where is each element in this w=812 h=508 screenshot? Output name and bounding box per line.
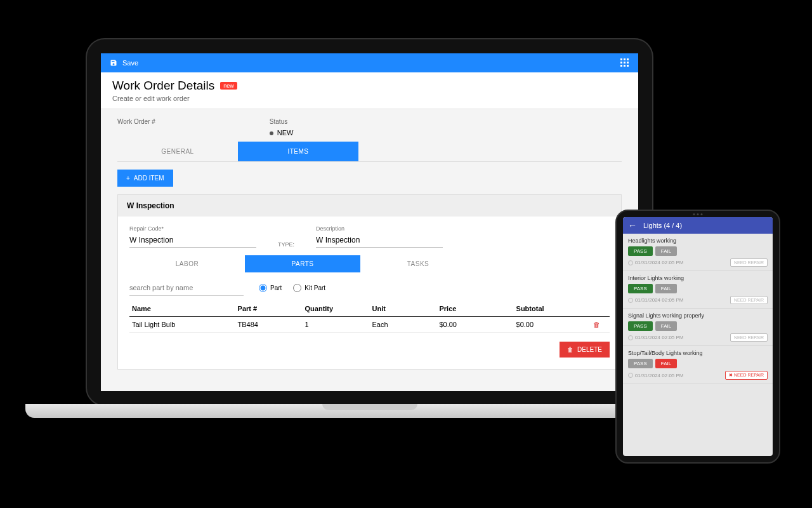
summary-fields: Work Order # Status NEW — [117, 118, 622, 137]
laptop-base — [25, 404, 714, 418]
inspection-item: Headlights workingPASSFAIL01/31/2024 02:… — [623, 234, 773, 271]
inspection-panel: W Inspection Repair Code* TYPE: Descript… — [117, 194, 622, 370]
need-repair-button[interactable]: NEED REPAIR — [730, 258, 768, 267]
save-button[interactable]: Save — [110, 59, 138, 67]
col-unit: Unit — [369, 301, 436, 317]
app-topbar: Save — [101, 53, 638, 72]
need-repair-button[interactable]: NEED REPAIR — [725, 371, 768, 380]
laptop-frame: Save Work Order Details new Create or ed… — [86, 38, 653, 406]
radio-kit-part[interactable]: Kit Part — [293, 284, 325, 292]
inspection-list: Headlights workingPASSFAIL01/31/2024 02:… — [623, 234, 773, 384]
sub-tabs: LABOR PARTS TASKS — [129, 255, 610, 272]
plus-icon: + — [126, 175, 130, 182]
page-title: Work Order Details — [112, 79, 214, 93]
status-dot-icon — [270, 131, 273, 135]
inspection-title: Interior Lights working — [628, 275, 768, 281]
fail-button[interactable]: FAIL — [655, 284, 677, 293]
parts-table: Name Part # Quantity Unit Price Subtotal — [129, 301, 610, 333]
table-row: Tail Light Bulb TB484 1 Each $0.00 $0.00… — [129, 317, 610, 333]
type-label: TYPE: — [278, 241, 294, 248]
part-search-input[interactable] — [129, 280, 244, 296]
status-label: Status — [270, 118, 294, 125]
panel-title: W Inspection — [118, 195, 621, 217]
tablet-title: Lights (4 / 4) — [643, 222, 682, 229]
panel-body: Repair Code* TYPE: Description LABOR — [118, 217, 621, 369]
inspection-item: Signal Lights working properlyPASSFAIL01… — [623, 309, 773, 346]
timestamp: 01/31/2024 02:05 PM — [628, 373, 684, 378]
col-subtotal: Subtotal — [514, 301, 591, 317]
delete-button[interactable]: 🗑 DELETE — [560, 342, 610, 358]
inspection-item: Interior Lights workingPASSFAIL01/31/202… — [623, 271, 773, 309]
tablet-frame: ← Lights (4 / 4) Headlights workingPASSF… — [615, 210, 780, 464]
need-repair-button[interactable]: NEED REPAIR — [730, 333, 768, 342]
add-item-button[interactable]: + ADD ITEM — [117, 170, 173, 187]
apps-grid-icon[interactable] — [620, 58, 629, 67]
col-qty: Quantity — [303, 301, 370, 317]
fail-button[interactable]: FAIL — [655, 246, 677, 256]
clock-icon — [628, 335, 633, 340]
subtab-labor[interactable]: LABOR — [129, 255, 245, 272]
description-label: Description — [316, 225, 443, 232]
work-order-label: Work Order # — [117, 118, 155, 125]
fail-button[interactable]: FAIL — [655, 321, 677, 331]
subtab-parts[interactable]: PARTS — [245, 255, 360, 272]
laptop-screen: Save Work Order Details new Create or ed… — [101, 53, 638, 391]
repair-code-label: Repair Code* — [129, 225, 256, 232]
col-name: Name — [129, 301, 235, 317]
description-input[interactable] — [316, 233, 443, 248]
col-partno: Part # — [235, 301, 303, 317]
need-repair-button[interactable]: NEED REPAIR — [730, 296, 768, 304]
clock-icon — [628, 373, 633, 378]
trash-icon: 🗑 — [567, 346, 573, 353]
pass-button[interactable]: PASS — [628, 246, 653, 256]
pass-button[interactable]: PASS — [628, 359, 653, 368]
timestamp: 01/31/2024 02:05 PM — [628, 260, 684, 265]
radio-part[interactable]: Part — [259, 284, 282, 292]
inspection-title: Signal Lights working properly — [628, 312, 768, 319]
tablet-camera — [693, 213, 703, 215]
back-arrow-icon[interactable]: ← — [628, 220, 637, 231]
timestamp: 01/31/2024 02:05 PM — [628, 297, 684, 303]
save-label: Save — [122, 59, 138, 67]
laptop-notch — [322, 404, 417, 410]
col-price: Price — [436, 301, 513, 317]
inspection-title: Headlights working — [628, 237, 768, 244]
cell-unit: Each — [369, 317, 436, 333]
cell-name: Tail Light Bulb — [129, 317, 235, 333]
fail-button[interactable]: FAIL — [655, 359, 677, 368]
tablet-header: ← Lights (4 / 4) — [623, 217, 773, 234]
timestamp: 01/31/2024 02:05 PM — [628, 335, 684, 340]
tab-items[interactable]: ITEMS — [238, 142, 358, 161]
delete-label: DELETE — [577, 346, 602, 353]
inspection-title: Stop/Tail/Body Lights working — [628, 350, 768, 356]
main-tabs: GENERAL ITEMS — [117, 142, 622, 162]
page-subtitle: Create or edit work order — [112, 95, 627, 102]
cell-subtotal: $0.00 — [514, 317, 591, 333]
page-content: Work Order # Status NEW GENERAL ITEMS + … — [101, 109, 638, 378]
new-badge: new — [220, 82, 237, 90]
clock-icon — [628, 260, 633, 265]
cell-qty[interactable]: 1 — [303, 317, 370, 333]
pass-button[interactable]: PASS — [628, 284, 653, 293]
inspection-item: Stop/Tail/Body Lights workingPASSFAIL01/… — [623, 346, 773, 384]
pass-button[interactable]: PASS — [628, 321, 653, 331]
add-item-label: ADD ITEM — [134, 175, 164, 182]
clock-icon — [628, 298, 633, 303]
cell-partno: TB484 — [235, 317, 303, 333]
save-icon — [110, 59, 117, 67]
tab-general[interactable]: GENERAL — [117, 142, 238, 161]
tablet-screen: ← Lights (4 / 4) Headlights workingPASSF… — [623, 217, 773, 456]
cell-price: $0.00 — [436, 317, 513, 333]
page-header: Work Order Details new Create or edit wo… — [101, 72, 638, 109]
repair-code-input[interactable] — [129, 233, 256, 248]
status-value: NEW — [270, 129, 294, 137]
row-delete-icon[interactable]: 🗑 — [593, 321, 600, 328]
subtab-tasks[interactable]: TASKS — [360, 255, 476, 272]
